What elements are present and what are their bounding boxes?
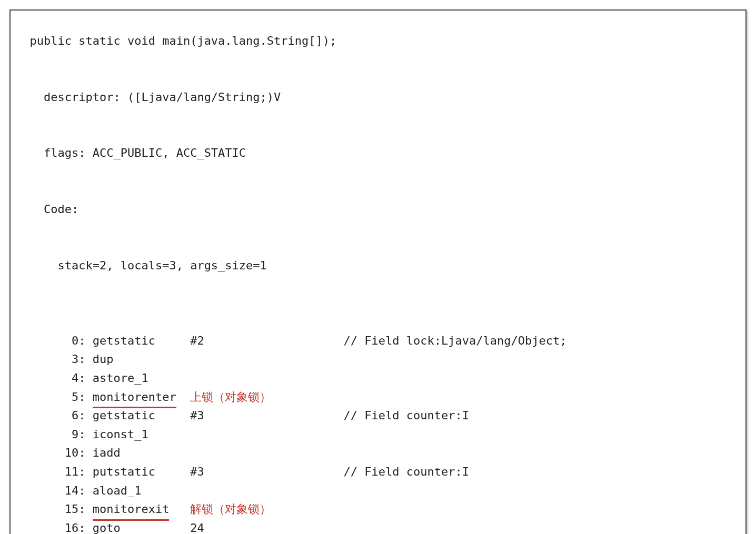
bytecode-arg: #2: [190, 331, 343, 350]
bytecode-arg: [190, 369, 343, 388]
bytecode-offset: 6:: [16, 406, 93, 425]
bytecode-offset: 9:: [16, 425, 93, 444]
bytecode-arg: [190, 444, 343, 462]
bytecode-opcode: dup: [93, 350, 190, 369]
bytecode-offset: 5:: [16, 388, 93, 407]
bytecode-offset: 3:: [16, 350, 93, 369]
bytecode-arg: 24: [190, 519, 343, 534]
bytecode-comment: // Field counter:I: [344, 462, 469, 481]
bytecode-row: 4: astore_1: [16, 369, 740, 388]
code-label: Code:: [30, 203, 79, 216]
bytecode-row: 14: aload_1: [16, 481, 740, 500]
bytecode-arg: #3: [190, 462, 343, 481]
bytecode-offset: 16:: [16, 519, 93, 534]
bytecode-row: 9: iconst_1: [16, 425, 740, 444]
bytecode-opcode: astore_1: [93, 369, 190, 388]
bytecode-offset: 4:: [16, 369, 93, 388]
bytecode-opcode: putstatic: [93, 462, 190, 481]
bytecode-annotation: 上锁（对象锁）: [190, 388, 271, 407]
bytecode-arg: [190, 425, 343, 444]
bytecode-row: 0: getstatic #2 // Field lock:Ljava/lang…: [16, 331, 740, 350]
flags-line: flags: ACC_PUBLIC, ACC_STATIC: [30, 146, 246, 159]
bytecode-row: 3: dup: [16, 350, 740, 369]
bytecode-offset: 10:: [16, 444, 93, 462]
bytecode-opcode: monitorexit: [93, 500, 190, 519]
bytecode-row: 16: goto 24: [16, 519, 740, 534]
bytecode-row: 11: putstatic #3 // Field counter:I: [16, 462, 740, 481]
bytecode-opcode: aload_1: [93, 481, 190, 500]
bytecode-opcode: getstatic: [93, 331, 190, 350]
bytecode-opcode: getstatic: [93, 406, 190, 425]
descriptor-line: descriptor: ([Ljava/lang/String;)V: [30, 90, 281, 104]
bytecode-row: 15: monitorexit 解锁（对象锁）: [16, 500, 740, 519]
bytecode-comment: // Field lock:Ljava/lang/Object;: [344, 331, 567, 350]
bytecode-opcode: monitorenter: [93, 388, 190, 407]
bytecode-arg: [190, 481, 343, 500]
bytecode-arg: #3: [190, 406, 343, 425]
bytecode-offset: 15:: [16, 500, 93, 519]
bytecode-row: 10: iadd: [16, 444, 740, 462]
bytecode-annotation: 解锁（对象锁）: [190, 500, 271, 519]
bytecode-row: 5: monitorenter 上锁（对象锁）: [16, 388, 740, 407]
bytecode-offset: 11:: [16, 462, 93, 481]
bytecode-offset: 0:: [16, 331, 93, 350]
bytecode-row: 6: getstatic #3 // Field counter:I: [16, 406, 740, 425]
bytecode-arg: [190, 350, 343, 369]
bytecode-opcode: iadd: [93, 444, 190, 462]
code-meta: stack=2, locals=3, args_size=1: [30, 259, 267, 272]
method-signature: public static void main(java.lang.String…: [30, 34, 337, 47]
bytecode-comment: // Field counter:I: [344, 406, 469, 425]
bytecode-listing: public static void main(java.lang.String…: [9, 9, 747, 534]
bytecode-opcode: goto: [93, 519, 190, 534]
bytecode-offset: 14:: [16, 481, 93, 500]
bytecode-rows: 0: getstatic #2 // Field lock:Ljava/lang…: [16, 331, 740, 534]
bytecode-opcode: iconst_1: [93, 425, 190, 444]
